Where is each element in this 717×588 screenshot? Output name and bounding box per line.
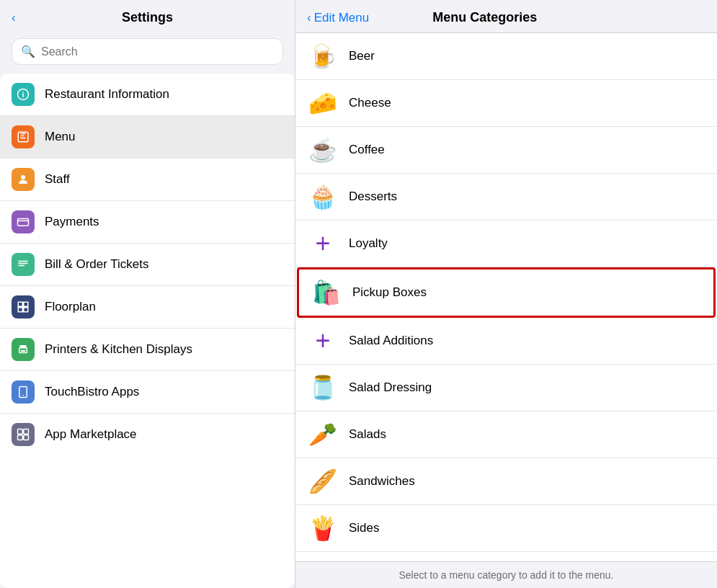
emoji-icon-cheese: 🧀 <box>307 87 339 119</box>
svg-rect-16 <box>24 435 29 440</box>
left-panel: ‹ Settings 🔍 iRestaurant InformationMenu… <box>0 0 295 588</box>
sidebar-item-menu[interactable]: Menu <box>0 116 295 159</box>
menu-item-sandwiches[interactable]: 🥖Sandwiches <box>295 458 717 505</box>
menu-item-salad-additions[interactable]: +Salad Additions <box>295 318 717 365</box>
sidebar-item-label-printers: Printers & Kitchen Displays <box>45 342 192 357</box>
cross-symbol: + <box>315 328 330 354</box>
edit-menu-label: Edit Menu <box>314 11 370 25</box>
emoji-icon-sandwiches: 🥖 <box>307 466 339 497</box>
chevron-left-icon: ‹ <box>12 11 16 25</box>
search-input[interactable] <box>41 45 274 58</box>
menu-item-label-pickup-boxes: Pickup Boxes <box>352 285 427 300</box>
payments-icon <box>12 210 35 233</box>
emoji-icon-coffee: ☕ <box>307 134 339 166</box>
emoji-icon-desserts: 🧁 <box>307 181 339 213</box>
menu-item-salads[interactable]: 🥕Salads <box>295 411 717 458</box>
menu-item-desserts[interactable]: 🧁Desserts <box>295 174 717 220</box>
search-bar[interactable]: 🔍 <box>12 38 283 65</box>
svg-rect-7 <box>18 308 22 312</box>
floorplan-icon <box>12 295 35 318</box>
emoji-icon-pickup-boxes: 🛍️ <box>311 277 342 308</box>
sidebar-item-app-marketplace[interactable]: App Marketplace <box>0 414 295 455</box>
menu-item-label-sides: Sides <box>349 521 380 535</box>
sidebar-item-bill-order[interactable]: Bill & Order Tickets <box>0 244 295 286</box>
svg-rect-6 <box>24 302 28 306</box>
right-panel: ‹ Edit Menu Menu Categories 🍺Beer🧀Cheese… <box>295 0 717 588</box>
menu-item-label-loyalty: Loyalty <box>349 236 388 251</box>
svg-rect-8 <box>24 308 28 312</box>
svg-rect-13 <box>18 429 23 435</box>
menu-item-label-cheese: Cheese <box>349 96 391 110</box>
menu-item-label-salads: Salads <box>349 427 386 442</box>
back-button[interactable]: ‹ <box>12 11 16 25</box>
plus-icon-loyalty: + <box>307 228 339 259</box>
svg-rect-5 <box>18 302 22 306</box>
sidebar-item-restaurant-info[interactable]: iRestaurant Information <box>0 74 295 116</box>
emoji-icon-salads: 🥕 <box>307 419 339 450</box>
menu-icon <box>12 125 35 148</box>
menu-item-label-sandwiches: Sandwiches <box>349 474 415 489</box>
settings-list: iRestaurant InformationMenuStaffPayments… <box>0 74 295 588</box>
menu-categories-list: 🍺Beer🧀Cheese☕Coffee🧁Desserts+Loyalty🛍️Pi… <box>295 33 717 561</box>
edit-menu-back-button[interactable]: ‹ Edit Menu <box>307 11 369 25</box>
settings-title: Settings <box>122 10 173 25</box>
svg-point-12 <box>22 395 24 396</box>
footer-hint: Select to a menu category to add it to t… <box>295 561 717 588</box>
right-header: ‹ Edit Menu Menu Categories <box>295 0 717 33</box>
sidebar-item-payments[interactable]: Payments <box>0 201 295 244</box>
restaurant-info-icon: i <box>12 83 35 106</box>
printers-icon <box>12 338 35 361</box>
emoji-icon-beer: 🍺 <box>307 40 339 72</box>
menu-item-soft-drinks[interactable]: 🥛Soft Drinks <box>295 552 717 561</box>
touchbistro-apps-icon <box>12 380 35 404</box>
menu-item-sides[interactable]: 🍟Sides <box>295 505 717 552</box>
chevron-left-icon-right: ‹ <box>307 11 311 25</box>
menu-item-pickup-boxes[interactable]: 🛍️Pickup Boxes <box>297 267 716 318</box>
cross-symbol: + <box>315 231 330 257</box>
svg-rect-15 <box>18 435 23 440</box>
menu-item-label-salad-dressing: Salad Dressing <box>349 380 432 395</box>
sidebar-item-staff[interactable]: Staff <box>0 159 295 201</box>
sidebar-item-label-app-marketplace: App Marketplace <box>45 427 137 442</box>
menu-item-cheese[interactable]: 🧀Cheese <box>295 80 717 127</box>
sidebar-item-floorplan[interactable]: Floorplan <box>0 286 295 329</box>
sidebar-item-label-floorplan: Floorplan <box>45 300 96 314</box>
emoji-icon-sides: 🍟 <box>307 512 339 544</box>
menu-item-salad-dressing[interactable]: 🫙Salad Dressing <box>295 365 717 411</box>
menu-item-beer[interactable]: 🍺Beer <box>295 33 717 80</box>
emoji-icon-salad-dressing: 🫙 <box>307 372 339 404</box>
bill-order-icon <box>12 253 35 276</box>
sidebar-item-label-staff: Staff <box>45 172 70 187</box>
menu-item-label-beer: Beer <box>349 49 375 63</box>
sidebar-item-touchbistro-apps[interactable]: TouchBistro Apps <box>0 371 295 414</box>
sidebar-item-label-menu: Menu <box>45 130 76 144</box>
sidebar-item-label-bill-order: Bill & Order Tickets <box>45 257 149 272</box>
sidebar-item-label-payments: Payments <box>45 215 99 229</box>
svg-point-3 <box>21 175 25 179</box>
svg-text:i: i <box>22 90 25 99</box>
sidebar-item-label-touchbistro-apps: TouchBistro Apps <box>45 385 139 399</box>
left-header: ‹ Settings <box>0 0 295 32</box>
staff-icon <box>12 168 35 191</box>
svg-rect-10 <box>21 350 25 352</box>
sidebar-item-label-restaurant-info: Restaurant Information <box>45 87 169 102</box>
menu-item-loyalty[interactable]: +Loyalty <box>295 220 717 267</box>
svg-rect-14 <box>24 429 29 435</box>
menu-item-label-desserts: Desserts <box>349 190 397 204</box>
search-icon: 🔍 <box>21 45 35 58</box>
plus-icon-salad-additions: + <box>307 325 339 357</box>
sidebar-item-printers[interactable]: Printers & Kitchen Displays <box>0 329 295 371</box>
menu-item-label-coffee: Coffee <box>349 143 385 157</box>
menu-item-coffee[interactable]: ☕Coffee <box>295 127 717 174</box>
menu-item-label-salad-additions: Salad Additions <box>349 334 433 348</box>
svg-rect-4 <box>18 219 29 226</box>
menu-categories-title: Menu Categories <box>432 10 537 25</box>
app-marketplace-icon <box>12 423 35 446</box>
